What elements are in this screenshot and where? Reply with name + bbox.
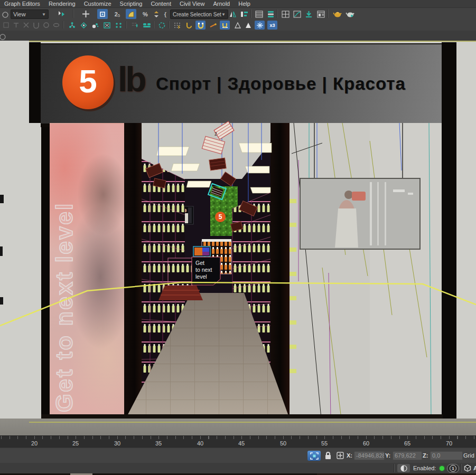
menu-arnold[interactable]: Arnold — [209, 0, 234, 7]
small-tv-screen — [193, 246, 210, 256]
schematic-view-icon[interactable] — [303, 9, 314, 19]
select-and-rotate-icon[interactable] — [97, 9, 108, 19]
cone-outline-icon[interactable] — [232, 21, 242, 30]
disabled-tool-icon-5[interactable] — [41, 21, 51, 30]
enabled-label: Enabled: — [413, 465, 436, 471]
angle-snap-icon[interactable] — [126, 9, 136, 19]
y-coord-field[interactable]: 679,622 — [393, 451, 422, 460]
snaps-toolbar: x3 — [0, 20, 476, 31]
disabled-tool-icon-6[interactable] — [51, 21, 61, 30]
view-dropdown[interactable]: View ▼ — [11, 10, 49, 19]
facade-frame-left — [41, 123, 50, 419]
enabled-indicator[interactable] — [440, 466, 444, 471]
facade-frame-right — [442, 42, 456, 419]
toolbar-gap — [0, 31, 476, 41]
disabled-tool-icon-1[interactable] — [1, 21, 11, 30]
snap-x3-toggle-icon[interactable]: x3 — [267, 21, 277, 30]
package-icon[interactable] — [464, 464, 471, 474]
cone-filled-icon[interactable] — [243, 21, 253, 30]
render-production-teapot-icon[interactable] — [332, 9, 342, 19]
viewport[interactable]: 5 lb Спорт | Здоровье | Красота Get to n… — [0, 41, 476, 435]
timeline-label: 50 — [280, 440, 286, 446]
snap-magnet-toggle-icon[interactable] — [195, 21, 206, 30]
snap-2d-toggle-icon[interactable] — [220, 21, 230, 30]
scene-explorer-icon[interactable] — [265, 9, 276, 19]
render-setup-icon[interactable] — [316, 9, 326, 19]
lock-selection-icon[interactable] — [324, 451, 332, 462]
menu-help[interactable]: Help — [234, 0, 255, 7]
counter-button[interactable]: 1 — [447, 464, 459, 473]
snaps-toggle-25-icon[interactable]: 25 — [112, 9, 123, 19]
braces-label: { — [164, 11, 166, 17]
timeline-label: 70 — [446, 440, 452, 446]
material-editor-icon[interactable] — [280, 9, 291, 19]
add-button[interactable]: Add — [473, 465, 476, 471]
named-selection-sets-icon[interactable]: { — [162, 9, 169, 19]
menu-bar: Graph Editors Rendering Customize Script… — [0, 0, 476, 8]
counter-value: 1 — [450, 465, 456, 472]
spinner-snap-icon[interactable] — [151, 9, 162, 19]
timeline-label: 30 — [114, 440, 120, 446]
layer-explorer-icon[interactable] — [254, 9, 264, 19]
timeline-label: 25 — [72, 440, 79, 446]
select-and-move-icon[interactable] — [80, 9, 91, 19]
poster-text: Get to next level — [51, 127, 78, 412]
brand-logo-icon: 5 — [62, 55, 114, 109]
selection-set-dropdown[interactable]: Create Selection Set ▼ — [170, 10, 228, 19]
facade-frame-top-left — [29, 42, 41, 123]
render-iterative-teapot-icon[interactable] — [344, 9, 355, 19]
x3-label: x3 — [269, 23, 275, 28]
spray-icon[interactable] — [90, 21, 100, 30]
low-counter — [158, 258, 203, 300]
selected-track-light — [208, 184, 226, 200]
grid-flame-icon[interactable] — [130, 21, 140, 30]
snap-frozen-toggle-icon[interactable] — [255, 21, 265, 30]
disabled-tool-icon-3[interactable] — [21, 21, 31, 30]
interior-promo-sign: Get to next level — [192, 257, 220, 285]
percent-snap-icon[interactable]: % — [140, 9, 151, 19]
dots-plug-icon[interactable] — [114, 21, 124, 30]
absolute-offset-toggle-icon[interactable] — [336, 451, 344, 462]
boxed-x-icon[interactable] — [102, 21, 112, 30]
percent-label: % — [143, 11, 148, 17]
timeline-label: 65 — [404, 440, 410, 446]
x-coord-field[interactable]: -84946,828 — [354, 451, 385, 460]
disabled-tool-icon-2[interactable] — [11, 21, 21, 30]
menu-civil-view[interactable]: Civil View — [175, 0, 209, 7]
align-icon[interactable] — [239, 9, 249, 19]
menu-graph-editors[interactable]: Graph Editors — [0, 0, 44, 7]
teal-bars-icon[interactable] — [142, 21, 152, 30]
right-shelves — [232, 193, 270, 407]
menu-rendering[interactable]: Rendering — [44, 0, 80, 7]
showcase-glass — [290, 123, 442, 419]
mirror-icon[interactable] — [227, 9, 238, 19]
disabled-tool-icon-4[interactable] — [31, 21, 41, 30]
door-column-right — [270, 123, 290, 420]
menu-customize[interactable]: Customize — [80, 0, 116, 7]
dashed-circle-icon[interactable] — [157, 21, 167, 30]
storefront-sign: 5 lb Спорт | Здоровье | Красота — [41, 43, 442, 127]
isolate-selection-button[interactable] — [307, 451, 321, 461]
grid-points-snap-icon[interactable] — [172, 21, 182, 30]
track-bar[interactable]: 20 25 30 35 40 45 50 55 60 65 70 — [0, 435, 476, 448]
menu-content[interactable]: Content — [146, 0, 175, 7]
orange-edge-snap-icon[interactable] — [208, 21, 218, 30]
timeline-ticks — [1, 436, 476, 439]
showcase-tv-screen — [300, 178, 420, 249]
hook-snap-icon[interactable] — [184, 21, 194, 30]
select-and-link-icon[interactable] — [56, 9, 67, 19]
timeline-label: 35 — [155, 440, 162, 446]
chevron-down-icon: ▼ — [42, 12, 46, 17]
left-shelves — [142, 159, 185, 419]
curve-editor-icon[interactable] — [292, 9, 302, 19]
select-object-icon[interactable] — [0, 9, 11, 19]
menu-scripting[interactable]: Scripting — [116, 0, 147, 7]
z-coord-label: Z: — [423, 452, 428, 459]
selection-lens-icon[interactable] — [79, 21, 89, 30]
z-coord-field[interactable]: 0,0 — [430, 451, 463, 460]
y-coord-label: Y: — [385, 452, 390, 459]
dots-link-icon[interactable] — [67, 21, 77, 30]
grid-label: Grid — [463, 452, 474, 459]
svg-text:to next: to next — [195, 267, 212, 273]
render-sphere-button[interactable] — [397, 464, 410, 472]
